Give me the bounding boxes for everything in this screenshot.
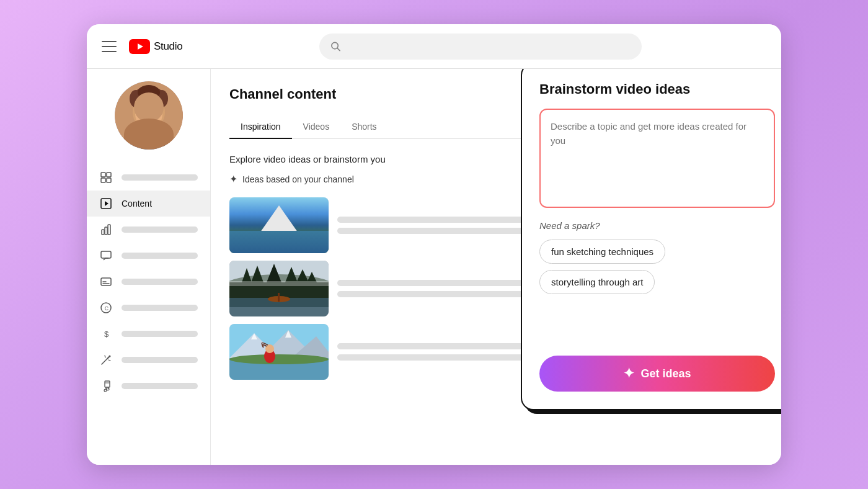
sidebar-item-audio[interactable] <box>87 373 210 399</box>
tab-videos[interactable]: Videos <box>292 115 341 139</box>
suggestion-chips: fun sketching techniques storytelling th… <box>539 240 775 294</box>
logo-area: Studio <box>129 39 182 54</box>
customization-label-placeholder <box>122 357 198 363</box>
brainstorm-textarea[interactable] <box>539 109 775 208</box>
svg-point-62 <box>229 354 329 364</box>
chip-storytelling[interactable]: storytelling through art <box>539 270 655 294</box>
nav-items: Content <box>87 164 210 399</box>
youtube-logo-icon <box>129 39 150 54</box>
sidebar-item-copyright[interactable]: C <box>87 295 210 321</box>
search-bar[interactable] <box>319 34 642 60</box>
chip-fun-sketching[interactable]: fun sketching techniques <box>539 240 665 264</box>
get-ideas-button[interactable]: ✦ Get ideas <box>539 356 775 392</box>
topbar: Studio <box>87 24 781 69</box>
svg-point-9 <box>152 108 156 112</box>
svg-rect-17 <box>107 178 111 182</box>
svg-point-12 <box>138 85 160 100</box>
music-icon <box>99 379 113 393</box>
analytics-label-placeholder <box>122 227 198 233</box>
subtitle-icon <box>99 275 113 289</box>
forest-lake-thumbnail <box>229 261 329 316</box>
svg-rect-23 <box>101 251 111 258</box>
subtitles-label-placeholder <box>122 279 198 285</box>
main-window: Studio <box>87 24 781 465</box>
svg-point-8 <box>142 108 146 112</box>
avatar-svg <box>115 81 183 150</box>
video-thumbnail-3 <box>229 324 329 380</box>
grid-icon <box>99 171 113 184</box>
sparkle-button-icon: ✦ <box>623 366 634 382</box>
earn-label-placeholder <box>122 331 198 337</box>
search-icon <box>330 41 341 52</box>
copyright-label-placeholder <box>122 305 198 311</box>
dollar-icon: $ <box>99 327 113 341</box>
play-icon <box>99 197 113 210</box>
content-label: Content <box>122 199 152 209</box>
svg-point-6 <box>133 95 165 130</box>
comment-icon <box>99 249 113 262</box>
svg-rect-54 <box>229 281 329 286</box>
svg-rect-20 <box>102 230 104 235</box>
sidebar-item-customization[interactable] <box>87 347 210 373</box>
sidebar-item-earn[interactable]: $ <box>87 321 210 347</box>
svg-rect-35 <box>105 381 110 387</box>
brainstorm-title: Brainstorm video ideas <box>539 81 775 97</box>
dashboard-label-placeholder <box>122 174 198 181</box>
sidebar-item-analytics[interactable] <box>87 217 210 243</box>
wand-icon <box>99 353 113 367</box>
svg-rect-21 <box>105 227 107 235</box>
svg-rect-15 <box>107 173 111 177</box>
svg-point-32 <box>109 356 111 357</box>
svg-rect-53 <box>278 293 280 302</box>
comments-label-placeholder <box>122 253 198 259</box>
ideas-based-label: Ideas based on your channel <box>242 174 354 184</box>
bar-chart-icon <box>99 223 113 236</box>
svg-point-7 <box>135 97 162 130</box>
mountain-thumbnail <box>229 197 329 253</box>
svg-rect-14 <box>101 173 105 177</box>
content-area: Channel content Inspiration Videos Short… <box>211 69 781 465</box>
spark-label: Need a spark? <box>539 220 775 231</box>
tab-shorts[interactable]: Shorts <box>340 115 388 139</box>
tab-inspiration[interactable]: Inspiration <box>229 115 292 139</box>
brainstorm-panel: Brainstorm video ideas Need a spark? fun… <box>521 69 781 410</box>
video-thumbnail-1 <box>229 197 329 253</box>
svg-line-34 <box>108 360 110 361</box>
search-input[interactable] <box>347 41 631 52</box>
menu-icon[interactable] <box>102 41 117 52</box>
svg-rect-22 <box>108 225 110 235</box>
svg-text:$: $ <box>104 330 109 339</box>
sidebar: Content <box>87 69 211 465</box>
sidebar-item-subtitles[interactable] <box>87 269 210 295</box>
svg-line-33 <box>105 356 105 357</box>
body-area: Content <box>87 69 781 465</box>
studio-label: Studio <box>154 40 182 53</box>
avatar-image <box>115 81 183 150</box>
sidebar-item-content[interactable]: Content <box>87 191 210 217</box>
svg-line-30 <box>102 359 107 364</box>
avatar <box>115 81 183 150</box>
sparkle-icon: ✦ <box>229 173 237 185</box>
svg-rect-16 <box>101 178 105 182</box>
sidebar-item-dashboard[interactable] <box>87 164 210 191</box>
svg-point-13 <box>130 131 167 150</box>
sidebar-item-comments[interactable] <box>87 243 210 269</box>
svg-line-3 <box>337 48 340 50</box>
video-thumbnail-2 <box>229 261 329 316</box>
person-lake-thumbnail <box>229 324 329 380</box>
svg-text:C: C <box>105 305 109 312</box>
copyright-icon: C <box>99 301 113 315</box>
get-ideas-label: Get ideas <box>640 367 691 380</box>
audio-label-placeholder <box>122 383 198 389</box>
svg-marker-19 <box>105 201 108 206</box>
